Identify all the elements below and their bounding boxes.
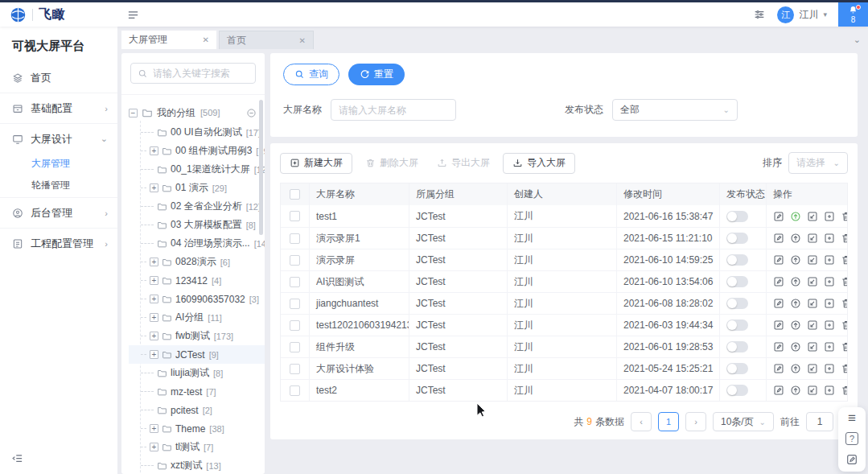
- collapse-toggle-icon[interactable]: −: [129, 109, 138, 117]
- export-screen-button[interactable]: 导出大屏: [431, 153, 496, 174]
- edit-icon[interactable]: [773, 211, 784, 222]
- expand-toggle-icon[interactable]: +: [150, 276, 158, 285]
- edit-icon[interactable]: [773, 385, 784, 396]
- edit-icon[interactable]: [773, 254, 784, 266]
- close-icon[interactable]: ✕: [299, 36, 306, 45]
- delete-icon[interactable]: [841, 254, 847, 266]
- tree-node[interactable]: 02 全省企业分析 [12]: [129, 197, 265, 216]
- row-checkbox[interactable]: [290, 255, 300, 266]
- sidebar-item-backend-management[interactable]: 后台管理 ›: [0, 199, 117, 227]
- filter-sliders-icon[interactable]: [753, 8, 766, 21]
- copy-icon[interactable]: [824, 341, 835, 352]
- design-icon[interactable]: [807, 276, 818, 287]
- sidebar-item-project-config[interactable]: 工程配置管理 ›: [0, 229, 117, 258]
- collapse-sidebar-icon[interactable]: [11, 452, 23, 464]
- edit-icon[interactable]: [773, 276, 784, 287]
- row-checkbox[interactable]: [290, 233, 300, 244]
- delete-icon[interactable]: [841, 276, 847, 287]
- sort-select[interactable]: 请选择 ⌄: [788, 152, 848, 174]
- delete-icon[interactable]: [841, 363, 847, 374]
- row-checkbox[interactable]: [290, 320, 300, 331]
- notification-button[interactable]: 8: [838, 2, 868, 27]
- publish-icon[interactable]: [790, 233, 801, 244]
- tab-home[interactable]: 首页 ✕: [219, 31, 314, 49]
- design-icon[interactable]: [807, 319, 818, 331]
- tree-node[interactable]: + tl测试 [7]: [129, 438, 265, 456]
- row-checkbox[interactable]: [290, 342, 300, 352]
- expand-toggle-icon[interactable]: +: [150, 295, 158, 303]
- tree-node[interactable]: xzt测试 [13]: [129, 456, 265, 474]
- copy-icon[interactable]: [824, 385, 835, 396]
- tree-node[interactable]: + JCTest [9]: [129, 345, 265, 364]
- edit-icon[interactable]: [773, 298, 784, 309]
- row-checkbox[interactable]: [290, 299, 300, 309]
- publish-toggle[interactable]: [726, 319, 748, 331]
- publish-icon[interactable]: [790, 298, 801, 309]
- publish-toggle[interactable]: [726, 211, 748, 222]
- hamburger-icon[interactable]: ≡: [848, 413, 856, 424]
- design-icon[interactable]: [807, 233, 818, 244]
- row-checkbox[interactable]: [290, 385, 300, 396]
- publish-icon[interactable]: [790, 319, 801, 331]
- create-screen-button[interactable]: 新建大屏: [280, 153, 352, 174]
- expand-toggle-icon[interactable]: +: [150, 350, 158, 359]
- copy-icon[interactable]: [824, 211, 835, 222]
- edit-icon[interactable]: [773, 233, 784, 244]
- tree-root-node[interactable]: − 我的分组 [509]: [129, 103, 265, 122]
- tree-node[interactable]: 03 大屏模板配置 [8]: [129, 216, 265, 234]
- design-icon[interactable]: [807, 385, 818, 396]
- tree-node[interactable]: + 1609906357032 [3]: [129, 290, 265, 308]
- design-icon[interactable]: [807, 254, 818, 266]
- publish-status-select[interactable]: 全部 ⌄: [612, 99, 738, 121]
- delete-icon[interactable]: [841, 233, 847, 244]
- avatar[interactable]: 江: [777, 6, 794, 23]
- next-page-button[interactable]: ›: [685, 412, 706, 431]
- expand-toggle-icon[interactable]: +: [150, 332, 158, 340]
- row-checkbox[interactable]: [290, 211, 300, 221]
- delete-icon[interactable]: [841, 341, 847, 352]
- delete-icon[interactable]: [841, 385, 847, 396]
- collapse-all-icon[interactable]: [246, 108, 257, 118]
- tree-node[interactable]: + 00 组件测试用例3 [199]: [129, 142, 265, 160]
- tree-node[interactable]: liujia测试 [8]: [129, 364, 265, 382]
- publish-toggle[interactable]: [726, 298, 748, 309]
- close-icon[interactable]: ✕: [203, 35, 209, 44]
- tree-node[interactable]: + 01 演示 [29]: [129, 179, 265, 197]
- goto-page-input[interactable]: [806, 412, 833, 431]
- publish-icon[interactable]: [790, 254, 801, 266]
- publish-icon[interactable]: [790, 276, 801, 287]
- copy-icon[interactable]: [824, 298, 835, 309]
- publish-toggle[interactable]: [726, 363, 748, 374]
- page-size-select[interactable]: 10条/页 ⌄: [713, 412, 774, 431]
- copy-icon[interactable]: [824, 233, 835, 244]
- tree-node[interactable]: 04 治理场景演示... [14]: [129, 234, 265, 253]
- expand-toggle-icon[interactable]: +: [150, 146, 158, 155]
- edit-icon[interactable]: [773, 319, 784, 331]
- expand-toggle-icon[interactable]: +: [150, 443, 158, 451]
- publish-toggle[interactable]: [726, 341, 748, 352]
- page-1-button[interactable]: 1: [658, 412, 679, 431]
- prev-page-button[interactable]: ‹: [631, 412, 652, 431]
- help-icon[interactable]: ?: [845, 432, 858, 445]
- expand-toggle-icon[interactable]: +: [150, 424, 158, 433]
- publish-toggle[interactable]: [726, 233, 748, 244]
- tabs-collapse-icon[interactable]: ⌄: [854, 35, 861, 45]
- tree-node[interactable]: + fwb测试 [173]: [129, 327, 265, 345]
- select-all-checkbox[interactable]: [290, 189, 300, 200]
- publish-toggle[interactable]: [726, 385, 748, 396]
- import-screen-button[interactable]: 导入大屏: [503, 153, 575, 174]
- tree-node[interactable]: + AI分组 [11]: [129, 308, 265, 327]
- search-button[interactable]: 查询: [283, 64, 339, 85]
- design-icon[interactable]: [807, 211, 818, 222]
- sidebar-item-home[interactable]: 首页: [0, 64, 117, 92]
- design-icon[interactable]: [807, 363, 818, 374]
- tree-search-input[interactable]: [153, 68, 249, 79]
- design-icon[interactable]: [807, 298, 818, 309]
- tree-node[interactable]: + 0828演示 [6]: [129, 253, 265, 271]
- row-checkbox[interactable]: [290, 364, 300, 374]
- reset-button[interactable]: 重置: [348, 64, 405, 85]
- sidebar-item-screen-design[interactable]: 大屏设计 ⌄: [0, 125, 117, 153]
- expand-toggle-icon[interactable]: +: [150, 313, 158, 322]
- edit-icon[interactable]: [773, 341, 784, 352]
- tree-node[interactable]: mz-test [7]: [129, 382, 265, 401]
